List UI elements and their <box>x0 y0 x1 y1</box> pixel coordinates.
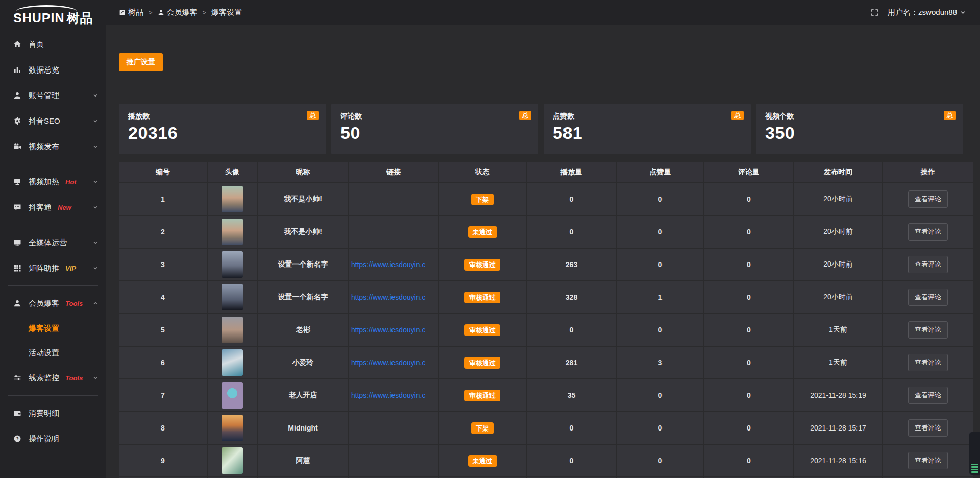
floating-widget[interactable] <box>969 432 980 475</box>
chevron-down-icon <box>93 266 98 271</box>
cell-avatar <box>208 445 257 476</box>
cell-time: 20小时前 <box>794 281 882 313</box>
breadcrumb-member-baoke[interactable]: 会员爆客 <box>158 8 198 17</box>
sidebar-subitem-baoke-settings[interactable]: 爆客设置 <box>0 316 106 341</box>
stat-label: 评论数 <box>340 112 529 121</box>
cell-id: 3 <box>119 249 207 280</box>
sidebar-item-data-overview[interactable]: 数据总览 <box>0 57 106 83</box>
sidebar-item-matrix-boost[interactable]: 矩阵助推 VIP <box>0 255 106 281</box>
sidebar-item-video-publish[interactable]: 视频发布 <box>0 134 106 159</box>
video-link[interactable]: https://www.iesdouyin.c <box>349 358 438 367</box>
sidebar-item-member-baoke[interactable]: 会员爆客 Tools <box>0 291 106 316</box>
view-comments-button[interactable]: 查看评论 <box>908 190 948 208</box>
row-nickname: 设置一个新名字 <box>278 260 328 269</box>
video-link[interactable]: https://www.iesdouyin.c <box>349 326 438 334</box>
col-header-status: 状态 <box>439 162 526 182</box>
row-time: 2021-11-28 15:19 <box>810 391 866 399</box>
cell-actions: 查看评论 <box>883 445 973 476</box>
cell-comments: 0 <box>704 249 793 280</box>
logo: SHUPIN树品 <box>0 0 106 32</box>
videos-table: 编号 头像 昵称 链接 状态 播放量 点赞量 评论量 发布时间 操作 1 我不是… <box>119 162 964 478</box>
cell-link: https://www.iesdouyin.c <box>349 314 438 346</box>
breadcrumb-home[interactable]: 树品 <box>119 8 143 17</box>
view-comments-button[interactable]: 查看评论 <box>908 223 948 241</box>
row-likes: 0 <box>658 195 663 203</box>
sidebar-item-help[interactable]: ? 操作说明 <box>0 426 106 451</box>
divider <box>8 164 98 164</box>
hot-tag: Hot <box>65 178 77 186</box>
cell-comments: 0 <box>704 445 793 476</box>
cell-comments: 0 <box>704 183 793 215</box>
view-comments-button[interactable]: 查看评论 <box>908 452 948 469</box>
sidebar: SHUPIN树品 首页 数据总览 账号管理 抖音SEO <box>0 0 106 478</box>
col-header-publish-time: 发布时间 <box>794 162 882 182</box>
sidebar-item-video-heat[interactable]: 视频加热 Hot <box>0 169 106 195</box>
sidebar-item-douketong[interactable]: 抖客通 New <box>0 195 106 220</box>
stat-label: 视频个数 <box>765 112 954 121</box>
movie-camera-icon <box>13 142 22 151</box>
stat-card-plays: 播放数 20316 总 <box>119 104 326 154</box>
video-link[interactable]: https://www.iesdouyin.c <box>349 293 438 301</box>
cell-status: 未通过 <box>439 445 526 476</box>
cell-id: 4 <box>119 281 207 313</box>
sidebar-subitem-activity-settings[interactable]: 活动设置 <box>0 341 106 365</box>
sidebar-item-clue-monitor[interactable]: 线索监控 Tools <box>0 365 106 391</box>
chevron-down-icon <box>93 240 98 245</box>
row-comments: 0 <box>747 228 751 236</box>
cell-comments: 0 <box>704 216 793 248</box>
chevron-down-icon <box>93 144 98 149</box>
view-comments-button[interactable]: 查看评论 <box>908 387 948 404</box>
cell-actions: 查看评论 <box>883 281 973 313</box>
view-comments-button[interactable]: 查看评论 <box>908 289 948 306</box>
cell-comments: 0 <box>704 281 793 313</box>
stat-value: 50 <box>340 123 529 143</box>
cell-status: 审核通过 <box>439 249 526 280</box>
stat-card-comments: 评论数 50 总 <box>331 104 538 154</box>
cell-link: https://www.iesdouyin.c <box>349 281 438 313</box>
sidebar-nav: 首页 数据总览 账号管理 抖音SEO 视频发布 <box>0 32 106 451</box>
sidebar-item-all-media[interactable]: 全媒体运营 <box>0 230 106 255</box>
video-link[interactable]: https://www.iesdouyin.c <box>349 391 438 399</box>
status-badge: 审核通过 <box>464 357 500 369</box>
view-comments-button[interactable]: 查看评论 <box>908 256 948 273</box>
row-comments: 0 <box>747 260 751 269</box>
avatar <box>222 382 243 409</box>
sidebar-item-consumption-detail[interactable]: 消费明细 <box>0 400 106 426</box>
main-content: 推广设置 播放数 20316 总 评论数 50 总 点赞数 581 总 视频个数… <box>106 25 980 478</box>
cell-time: 1天前 <box>794 314 882 346</box>
col-header-avatar: 头像 <box>208 162 257 182</box>
cell-actions: 查看评论 <box>883 216 973 248</box>
stat-value: 20316 <box>128 123 317 143</box>
cell-link <box>349 216 438 248</box>
row-likes: 0 <box>658 391 663 399</box>
cell-plays: 0 <box>527 314 616 346</box>
row-plays: 328 <box>566 293 577 301</box>
tools-tag: Tools <box>65 300 83 307</box>
user-menu[interactable]: 用户名：zswodun88 <box>888 8 966 17</box>
sidebar-item-home[interactable]: 首页 <box>0 32 106 57</box>
view-comments-button[interactable]: 查看评论 <box>908 321 948 339</box>
cell-id: 8 <box>119 412 207 444</box>
status-badge: 审核通过 <box>464 259 500 271</box>
cell-avatar <box>208 216 257 248</box>
breadcrumb-separator: > <box>202 9 208 16</box>
gear-icon <box>13 117 22 125</box>
fullscreen-icon[interactable] <box>871 9 878 16</box>
stat-value: 581 <box>553 123 742 143</box>
breadcrumb-current: 爆客设置 <box>211 8 242 17</box>
cell-id: 5 <box>119 314 207 346</box>
row-likes: 1 <box>658 293 663 301</box>
view-comments-button[interactable]: 查看评论 <box>908 419 948 437</box>
promo-settings-button[interactable]: 推广设置 <box>119 53 163 71</box>
cell-id: 6 <box>119 347 207 378</box>
row-likes: 0 <box>658 424 663 432</box>
sidebar-item-douyin-seo[interactable]: 抖音SEO <box>0 108 106 134</box>
stat-card-videos: 视频个数 350 总 <box>756 104 963 154</box>
view-comments-button[interactable]: 查看评论 <box>908 354 948 371</box>
sidebar-item-account-management[interactable]: 账号管理 <box>0 83 106 108</box>
sliders-icon <box>13 374 22 382</box>
cell-avatar <box>208 379 257 411</box>
cell-nickname: 我不是小帅! <box>258 183 348 215</box>
video-link[interactable]: https://www.iesdouyin.c <box>349 260 438 269</box>
cell-status: 审核通过 <box>439 379 526 411</box>
